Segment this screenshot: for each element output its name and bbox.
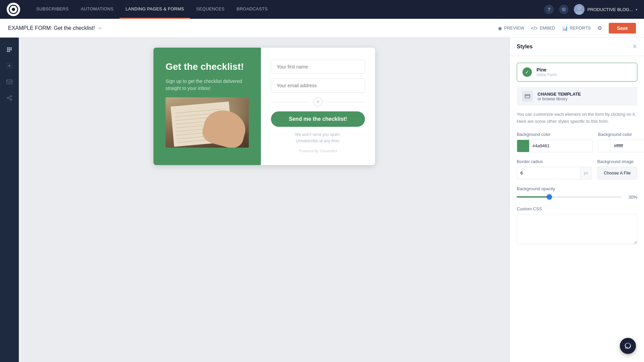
- border-radius-unit: px: [580, 167, 592, 179]
- panel-close-icon[interactable]: ✕: [632, 43, 637, 50]
- bg-color-right-hex[interactable]: [610, 143, 644, 148]
- nav-links: SUBSCRIBERS AUTOMATIONS LANDING PAGES & …: [30, 0, 544, 19]
- border-radius-col: Border radius px: [517, 159, 592, 179]
- bg-color-left-hex[interactable]: [529, 143, 592, 148]
- change-template-icon: [522, 91, 533, 102]
- change-template-button[interactable]: CHANGE TEMPLATE or browse library: [517, 87, 637, 106]
- chat-button[interactable]: [620, 338, 636, 354]
- browse-library-label: or browse library: [538, 97, 581, 101]
- form-card: Get the checklist! Sign up to get the ch…: [153, 48, 375, 165]
- form-description[interactable]: Sign up to get the checklist delivered s…: [166, 78, 249, 92]
- settings-gear-icon[interactable]: ⚙: [597, 25, 602, 31]
- template-info: Pine Inline Form: [537, 67, 632, 77]
- spam-notice: We won't send you spam. Unsubscribe at a…: [271, 132, 365, 144]
- username-label: PRODUCTIVE BLOG...: [587, 7, 633, 12]
- preview-label: PREVIEW: [504, 25, 524, 31]
- svg-point-5: [10, 96, 12, 97]
- form-right-panel: + Send me the checklist! We won't send y…: [261, 48, 375, 165]
- opacity-slider[interactable]: [517, 196, 621, 198]
- bg-color-left-input[interactable]: [517, 140, 593, 152]
- top-navigation: SUBSCRIBERS AUTOMATIONS LANDING PAGES & …: [0, 0, 644, 19]
- bg-color-right-col: Background color: [598, 132, 644, 152]
- form-left-panel: Get the checklist! Sign up to get the ch…: [153, 48, 261, 165]
- avatar: [574, 4, 585, 15]
- status-dot: [562, 7, 566, 11]
- user-menu[interactable]: PRODUCTIVE BLOG... ▾: [574, 4, 637, 15]
- main-layout: Get the checklist! Sign up to get the ch…: [0, 38, 644, 362]
- custom-css-label: Custom CSS: [517, 206, 637, 211]
- panel-title: Styles: [517, 44, 533, 50]
- user-chevron-icon: ▾: [636, 8, 637, 11]
- bg-color-left-swatch[interactable]: [517, 140, 529, 152]
- nav-broadcasts[interactable]: BROADCASTS: [231, 0, 274, 19]
- divider-right: [327, 102, 365, 102]
- bg-color-right-label: Background color: [598, 132, 644, 137]
- submit-button[interactable]: Send me the checklist!: [271, 111, 365, 127]
- opacity-row: 30%: [517, 195, 637, 200]
- choose-file-button[interactable]: Choose A File: [597, 167, 637, 179]
- svg-line-8: [8, 98, 10, 99]
- sidebar-settings-icon[interactable]: [3, 59, 16, 72]
- powered-by: Powered By ConvertKit: [271, 149, 365, 153]
- custom-css-textarea[interactable]: [517, 214, 637, 244]
- toolbar-actions: ◉ PREVIEW </> EMBED 📊 REPORTS ⚙ Save: [498, 23, 636, 34]
- left-sidebar: [0, 38, 19, 362]
- sidebar-styles-icon[interactable]: [3, 43, 16, 56]
- help-button[interactable]: ?: [544, 5, 554, 14]
- opacity-value: 30%: [625, 195, 637, 200]
- form-image[interactable]: [166, 97, 249, 148]
- opacity-section: Background opacity 30%: [517, 186, 637, 200]
- embed-icon: </>: [531, 25, 538, 31]
- change-template-text-group: CHANGE TEMPLATE or browse library: [538, 92, 581, 101]
- reports-label: REPORTS: [570, 25, 591, 31]
- nav-subscribers[interactable]: SUBSCRIBERS: [30, 0, 75, 19]
- svg-rect-9: [525, 95, 530, 98]
- panel-body: ✓ Pine Inline Form CHANGE TEMPLATE or br…: [510, 56, 644, 362]
- border-radius-label: Border radius: [517, 159, 592, 164]
- panel-description: You can customize each element on the fo…: [517, 111, 637, 125]
- bg-color-right-swatch[interactable]: [598, 140, 610, 152]
- app-logo[interactable]: [7, 3, 20, 16]
- custom-css-section: Custom CSS: [517, 206, 637, 246]
- svg-rect-3: [7, 80, 12, 84]
- styles-panel: Styles ✕ ✓ Pine Inline Form CHANGE TEMPL…: [510, 38, 644, 362]
- active-template-card: ✓ Pine Inline Form: [517, 63, 637, 82]
- preview-button[interactable]: ◉ PREVIEW: [498, 25, 524, 31]
- save-button[interactable]: Save: [609, 23, 636, 34]
- bg-image-col: Background image Choose A File: [597, 159, 637, 179]
- first-name-input[interactable]: [271, 60, 365, 74]
- embed-label: EMBED: [540, 25, 555, 31]
- sidebar-integrations-icon[interactable]: [3, 91, 16, 105]
- svg-point-1: [575, 11, 583, 15]
- border-image-row: Border radius px Background image Choose…: [517, 159, 637, 179]
- change-template-label: CHANGE TEMPLATE: [538, 92, 581, 97]
- nav-automations[interactable]: AUTOMATIONS: [75, 0, 120, 19]
- embed-button[interactable]: </> EMBED: [531, 25, 555, 31]
- template-check-icon: ✓: [522, 67, 532, 77]
- nav-right: ? PRODUCTIVE BLOG... ▾: [544, 4, 637, 15]
- border-radius-value[interactable]: [517, 170, 580, 175]
- reports-button[interactable]: 📊 REPORTS: [562, 25, 591, 31]
- svg-point-0: [577, 6, 581, 10]
- nav-sequences[interactable]: SEQUENCES: [190, 0, 230, 19]
- divider-left: [271, 102, 309, 102]
- sidebar-email-icon[interactable]: [3, 75, 16, 89]
- bg-color-left-label: Background color: [517, 132, 593, 137]
- avatar-image: [574, 4, 585, 15]
- email-input[interactable]: [271, 79, 365, 93]
- border-radius-input[interactable]: px: [517, 167, 592, 179]
- bg-image-label: Background image: [597, 159, 637, 164]
- bg-color-right-input[interactable]: [598, 140, 644, 152]
- template-name: Pine: [537, 67, 632, 72]
- svg-line-7: [8, 97, 10, 98]
- nav-landing-pages[interactable]: LANDING PAGES & FORMS: [120, 0, 190, 19]
- page-title: EXAMPLE FORM: Get the checklist! ✏: [8, 25, 493, 31]
- svg-point-2: [8, 65, 10, 67]
- form-heading[interactable]: Get the checklist!: [166, 61, 249, 72]
- bg-color-left-col: Background color: [517, 132, 593, 152]
- add-field-button[interactable]: +: [313, 97, 323, 107]
- form-canvas: Get the checklist! Sign up to get the ch…: [19, 38, 510, 362]
- page-toolbar: EXAMPLE FORM: Get the checklist! ✏ ◉ PRE…: [0, 19, 644, 38]
- edit-title-icon[interactable]: ✏: [98, 25, 102, 31]
- svg-point-6: [10, 99, 12, 100]
